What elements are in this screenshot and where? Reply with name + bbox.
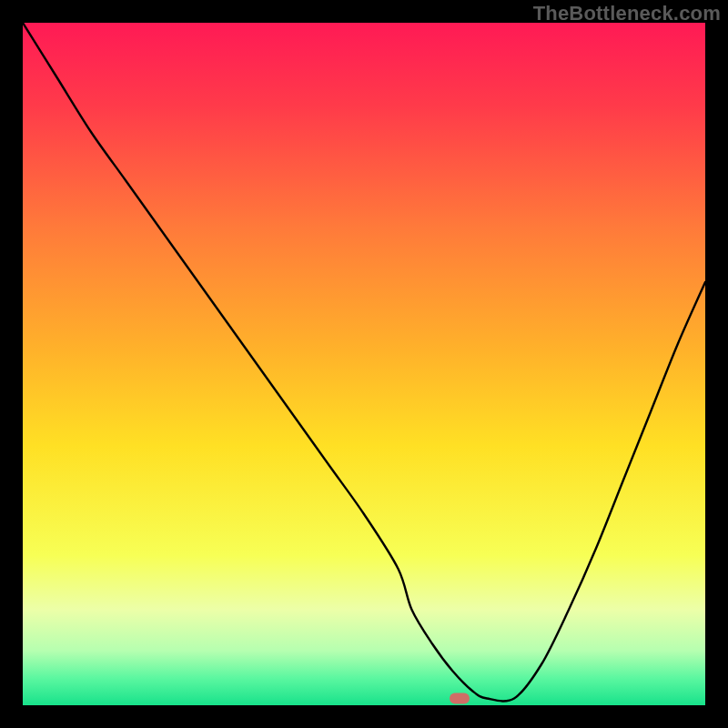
bottleneck-chart xyxy=(23,23,705,705)
chart-background xyxy=(23,23,705,705)
plot-area xyxy=(23,23,705,705)
watermark-text: TheBottleneck.com xyxy=(533,2,721,25)
optimal-marker xyxy=(450,693,470,704)
chart-frame: TheBottleneck.com xyxy=(0,0,728,728)
